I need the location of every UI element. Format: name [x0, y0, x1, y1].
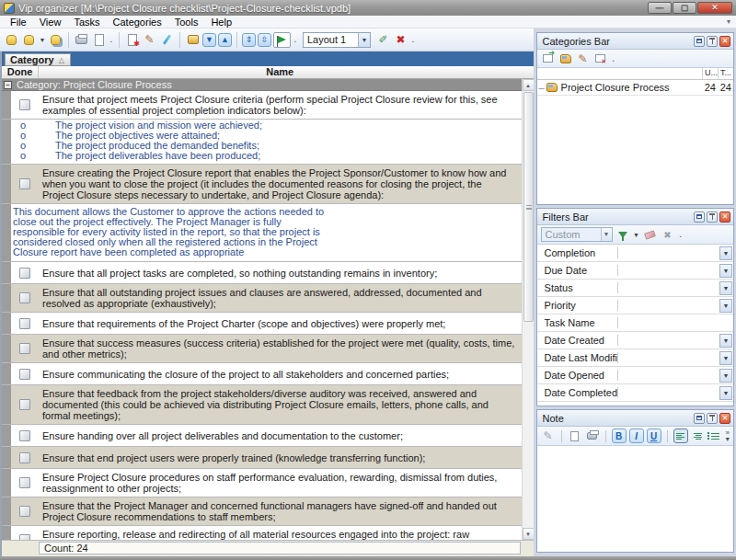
column-header-name[interactable]: Name — [39, 66, 522, 78]
menu-view[interactable]: View — [33, 17, 68, 28]
bold-icon[interactable]: B — [612, 429, 627, 443]
done-checkbox[interactable] — [19, 268, 30, 279]
filter-dropdown-icon[interactable]: ▼ — [719, 281, 732, 295]
save-database-icon[interactable] — [48, 32, 63, 48]
print-overflow-icon[interactable]: . — [109, 37, 114, 42]
task-row[interactable]: Ensure that end project users were prope… — [2, 447, 522, 469]
task-row[interactable]: Ensure communicating the closure of the … — [2, 363, 522, 385]
menu-tasks[interactable]: Tasks — [67, 17, 106, 28]
done-checkbox[interactable] — [19, 178, 30, 189]
layout-dropdown-icon[interactable]: ▼ — [358, 33, 370, 47]
category-list-item[interactable]: – Project Closure Process 24 24 — [537, 80, 733, 96]
italic-icon[interactable]: I — [629, 429, 644, 443]
close-button[interactable]: ✕ — [697, 2, 732, 14]
print-icon[interactable] — [74, 32, 89, 48]
delete-category-icon[interactable] — [593, 51, 608, 65]
apply-filter-icon[interactable] — [615, 228, 630, 242]
done-checkbox[interactable] — [19, 343, 30, 354]
done-checkbox[interactable] — [19, 292, 30, 303]
layout-select[interactable]: Layout 1 ▼ — [303, 32, 371, 48]
maximize-button[interactable]: ▢ — [673, 2, 696, 14]
filter-dropdown-icon[interactable]: ▼ — [719, 351, 732, 365]
filter-dropdown-icon[interactable]: ▼ — [719, 264, 732, 278]
task-row[interactable]: Ensure that the Project Manager and conc… — [2, 497, 522, 526]
bullet-list-icon[interactable] — [708, 429, 723, 443]
note-copy-icon[interactable] — [568, 429, 582, 443]
new-category-icon[interactable] — [541, 51, 556, 65]
apply-filter-dropdown-icon[interactable]: ▼ — [633, 232, 640, 238]
flag-icon[interactable] — [273, 32, 291, 48]
open-database-icon[interactable] — [21, 32, 37, 48]
clear-filter-icon[interactable] — [643, 228, 658, 242]
filters-pin-icon[interactable] — [707, 211, 718, 223]
customize-layout-icon[interactable]: ✐ — [375, 32, 391, 48]
minimize-button[interactable]: — — [648, 2, 672, 14]
categories-pin-icon[interactable] — [707, 36, 718, 47]
delete-filter-icon[interactable]: ✖ — [661, 228, 675, 242]
toolbar-overflow-icon[interactable]: . — [410, 37, 416, 42]
note-text-area[interactable] — [537, 446, 733, 552]
menu-categories[interactable]: Categories — [107, 17, 168, 28]
filter-dropdown-icon[interactable]: ▼ — [719, 246, 732, 260]
task-row[interactable]: Ensure that success measures (success cr… — [2, 335, 522, 363]
task-row[interactable]: Ensure that feedback from the project st… — [2, 385, 522, 425]
task-row[interactable]: Ensure that all outstanding project issu… — [2, 284, 522, 313]
menu-help[interactable]: Help — [204, 17, 238, 28]
done-checkbox[interactable] — [19, 369, 30, 380]
done-checkbox[interactable] — [19, 318, 30, 329]
task-row[interactable]: Ensure that project meets Project Closur… — [2, 91, 522, 120]
move-down-icon[interactable]: ▼ — [202, 33, 216, 47]
done-checkbox[interactable] — [19, 99, 30, 110]
note-pin-icon[interactable] — [707, 413, 718, 424]
note-edit-icon[interactable]: ✎ — [541, 429, 556, 443]
group-row[interactable]: − Category: Project Closure Process — [2, 79, 522, 91]
delete-layout-icon[interactable]: ✖ — [393, 32, 408, 48]
done-checkbox[interactable] — [19, 452, 30, 463]
duplicate-task-icon[interactable] — [159, 32, 175, 48]
task-row[interactable]: Ensure that requirements of the Project … — [2, 313, 522, 335]
group-by-category-button[interactable]: Category △ — [5, 53, 71, 66]
menu-file[interactable]: File — [4, 17, 33, 28]
filters-maximize-icon[interactable] — [694, 211, 705, 223]
categories-col-2[interactable]: T... — [718, 68, 733, 79]
move-up-icon[interactable]: ▲ — [218, 33, 232, 47]
column-header-done[interactable]: Done — [2, 66, 39, 78]
align-center-icon[interactable] — [691, 429, 706, 443]
new-subcategory-icon[interactable] — [558, 51, 573, 65]
edit-category-icon[interactable]: ✎ — [576, 51, 591, 65]
complete-task-icon[interactable] — [185, 32, 201, 48]
new-database-icon[interactable] — [4, 32, 19, 48]
done-checkbox[interactable] — [19, 477, 30, 488]
filter-preset-dropdown-icon[interactable]: ▼ — [601, 228, 612, 241]
categories-close-icon[interactable]: ✕ — [719, 36, 730, 47]
categories-col-1[interactable]: U... — [702, 68, 718, 79]
task-row[interactable]: Ensure that all project tasks are comple… — [2, 262, 522, 284]
done-checkbox[interactable] — [19, 430, 30, 441]
task-row[interactable]: Ensure Project Closure procedures on sta… — [2, 469, 522, 497]
collapse-group-icon[interactable]: − — [4, 81, 12, 89]
filter-dropdown-icon[interactable]: ▼ — [719, 386, 732, 400]
new-task-icon[interactable]: ✱ — [124, 32, 140, 48]
note-overflow-icon[interactable]: »▾ — [726, 429, 730, 442]
expand-all-icon[interactable]: ⇕ — [242, 33, 256, 47]
menu-tools[interactable]: Tools — [168, 17, 205, 28]
edit-task-icon[interactable]: ✎ — [142, 32, 157, 48]
filter-dropdown-icon[interactable]: ▼ — [719, 334, 732, 348]
note-print-icon[interactable] — [585, 429, 600, 443]
collapse-all-icon[interactable]: ⇳ — [258, 33, 271, 47]
scroll-down-icon[interactable]: ▼ — [523, 528, 534, 540]
filters-close-icon[interactable]: ✕ — [719, 211, 730, 223]
task-row[interactable]: Ensure handing over all project delivera… — [2, 425, 522, 447]
grid-vertical-scrollbar[interactable]: ▲ ▼ — [522, 79, 534, 540]
underline-icon[interactable]: U — [647, 429, 661, 443]
filter-dropdown-icon[interactable]: ▼ — [719, 369, 732, 383]
scrollbar-thumb[interactable] — [523, 92, 534, 322]
note-close-icon[interactable]: ✕ — [719, 413, 730, 424]
task-row[interactable]: Ensure creating the Project Closure repo… — [2, 165, 522, 204]
filter-dropdown-icon[interactable]: ▼ — [719, 299, 732, 313]
filters-overflow-icon[interactable]: . — [678, 232, 684, 237]
categories-maximize-icon[interactable] — [694, 36, 705, 47]
menu-overflow-icon[interactable]: ▾ — [727, 17, 732, 26]
note-maximize-icon[interactable] — [694, 413, 705, 424]
filter-preset-select[interactable]: Custom ▼ — [541, 227, 613, 242]
